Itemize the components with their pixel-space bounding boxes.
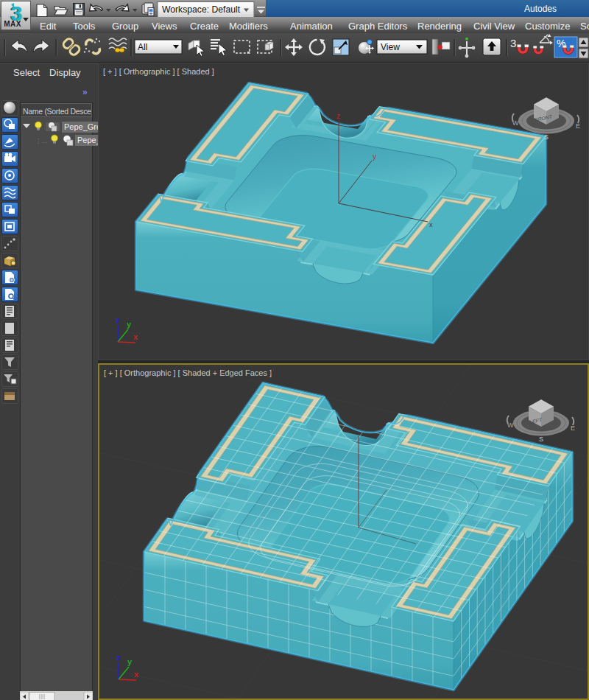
svg-text:x: x [133,332,138,341]
svg-text:S: S [544,133,549,141]
svg-text:y: y [127,320,132,329]
svg-text:3: 3 [510,37,516,49]
svg-text:x: x [134,670,139,679]
svg-text:All: All [138,42,147,52]
svg-text:z: z [116,315,120,324]
svg-text:x: x [429,221,433,228]
svg-text:z: z [116,653,121,662]
svg-text:y: y [127,657,133,666]
svg-text:S: S [539,435,543,443]
svg-text:z: z [336,112,340,120]
svg-text:E: E [571,424,575,432]
svg-text:View: View [381,42,400,52]
svg-text:y: y [373,153,376,161]
svg-text:E: E [576,122,580,130]
svg-text:Workspace: Default: Workspace: Default [162,4,241,15]
